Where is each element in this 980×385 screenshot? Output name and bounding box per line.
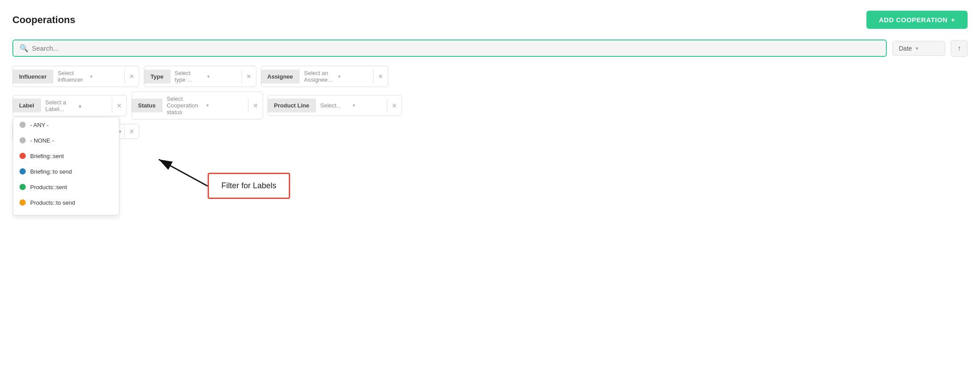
label-filter-label: Label xyxy=(13,99,41,112)
assignee-chevron-icon: ▾ xyxy=(335,70,369,83)
sort-select-wrap[interactable]: Date ▾ xyxy=(892,41,945,56)
assignee-filter-select[interactable]: Select an Assignee... ▾ xyxy=(299,66,373,87)
annotation-box: Filter for Labels xyxy=(208,173,290,199)
type-placeholder: Select type ... xyxy=(175,70,202,83)
search-icon: 🔍 xyxy=(20,44,28,52)
annotation-area: Filter for Labels xyxy=(12,146,968,235)
product-line-filter-label: Product Line xyxy=(268,99,316,112)
status-chevron-icon: ▾ xyxy=(204,99,243,112)
status-filter-select[interactable]: Select Cooperation status ▾ xyxy=(162,92,248,119)
label-dot-products-sent xyxy=(20,184,26,190)
type-filter-select[interactable]: Select type ... ▾ xyxy=(170,66,241,87)
filter-group-assignee: Assignee Select an Assignee... ▾ ✕ xyxy=(261,66,388,87)
search-input-wrap: 🔍 xyxy=(12,40,887,57)
product-line-placeholder: Select... xyxy=(320,102,347,109)
cooperations-clear-button[interactable]: ✕ xyxy=(124,124,139,139)
label-placeholder: Select a Label... xyxy=(45,99,72,112)
label-item-briefing-to-send[interactable]: Briefing::to send xyxy=(13,164,119,179)
filters-area: Influencer Select influencer ▾ ✕ Type Se… xyxy=(12,66,968,139)
label-item-briefing-sent[interactable]: Briefing::sent xyxy=(13,148,119,164)
label-chevron-icon: ▲ xyxy=(75,99,107,112)
label-text-products-sent: Products::sent xyxy=(30,184,67,191)
filter-group-label: Label Select a Label... ▲ ✕ - ANY - xyxy=(12,95,127,116)
sort-direction-button[interactable]: ↑ xyxy=(951,40,968,57)
label-dropdown: - ANY - - NONE - Briefing::sent Bri xyxy=(13,117,119,215)
label-dropdown-list: - ANY - - NONE - Briefing::sent Bri xyxy=(13,117,119,215)
status-placeholder: Select Cooperation status xyxy=(167,95,201,115)
search-input[interactable] xyxy=(32,44,880,52)
sort-chevron-icon: ▾ xyxy=(916,45,918,52)
filter-group-status: Status Select Cooperation status ▾ ✕ xyxy=(131,91,263,119)
product-line-filter-select[interactable]: Select... ▾ xyxy=(316,95,387,115)
add-cooperation-button[interactable]: ADD COOPERATION + xyxy=(866,11,968,29)
label-item-products-sent[interactable]: Products::sent xyxy=(13,179,119,195)
label-item-products-to-send[interactable]: Products::to send xyxy=(13,195,119,210)
page-wrapper: Cooperations ADD COOPERATION + 🔍 Date ▾ … xyxy=(0,0,980,385)
label-dot-briefing-sent xyxy=(20,153,26,159)
status-clear-button[interactable]: ✕ xyxy=(248,99,263,113)
product-line-clear-button[interactable]: ✕ xyxy=(387,99,401,113)
filter-row-3: Cooperations ▾ ✕ xyxy=(12,124,968,139)
influencer-filter-select[interactable]: Select influencer ▾ xyxy=(53,66,124,87)
page-title: Cooperations xyxy=(12,14,75,26)
status-filter-label: Status xyxy=(132,99,162,112)
label-dot-briefing-to-send xyxy=(20,168,26,175)
label-clear-button[interactable]: ✕ xyxy=(112,99,126,113)
assignee-placeholder: Select an Assignee... xyxy=(304,70,332,83)
influencer-filter-label: Influencer xyxy=(13,70,53,83)
type-chevron-icon: ▾ xyxy=(205,70,237,83)
filter-group-influencer: Influencer Select influencer ▾ ✕ xyxy=(12,66,139,87)
annotation-label: Filter for Labels xyxy=(221,181,276,190)
assignee-clear-button[interactable]: ✕ xyxy=(373,69,388,83)
label-text-any: - ANY - xyxy=(30,122,49,128)
label-filter-select[interactable]: Select a Label... ▲ xyxy=(41,95,112,116)
add-cooperation-plus-icon: + xyxy=(951,16,955,24)
product-line-chevron-icon: ▾ xyxy=(350,99,382,112)
label-item-none[interactable]: - NONE - xyxy=(13,133,119,148)
label-dot-none xyxy=(20,137,26,143)
type-clear-button[interactable]: ✕ xyxy=(241,69,256,83)
assignee-filter-label: Assignee xyxy=(261,70,300,83)
filter-row-2: Label Select a Label... ▲ ✕ - ANY - xyxy=(12,91,968,119)
filter-group-product-line: Product Line Select... ▾ ✕ xyxy=(268,95,402,116)
label-text-none: - NONE - xyxy=(30,137,54,144)
type-filter-label: Type xyxy=(144,70,170,83)
sort-direction-icon: ↑ xyxy=(957,44,961,52)
influencer-chevron-icon: ▾ xyxy=(87,70,120,83)
filter-group-type: Type Select type ... ▾ ✕ xyxy=(144,66,256,87)
search-row: 🔍 Date ▾ ↑ xyxy=(12,40,968,57)
influencer-clear-button[interactable]: ✕ xyxy=(124,69,139,83)
filter-row-1: Influencer Select influencer ▾ ✕ Type Se… xyxy=(12,66,968,87)
label-dot-products-to-send xyxy=(20,199,26,206)
header-row: Cooperations ADD COOPERATION + xyxy=(12,11,968,29)
svg-line-1 xyxy=(159,159,208,186)
sort-label: Date xyxy=(899,45,912,52)
label-item-rechnung[interactable]: Rechnung erhalten xyxy=(13,210,119,215)
label-text-briefing-to-send: Briefing::to send xyxy=(30,168,72,175)
label-text-products-to-send: Products::to send xyxy=(30,199,75,206)
label-text-briefing-sent: Briefing::sent xyxy=(30,153,64,159)
label-item-any[interactable]: - ANY - xyxy=(13,117,119,133)
add-cooperation-label: ADD COOPERATION xyxy=(879,16,948,24)
influencer-placeholder: Select influencer xyxy=(58,70,85,83)
label-dot-any xyxy=(20,122,26,128)
